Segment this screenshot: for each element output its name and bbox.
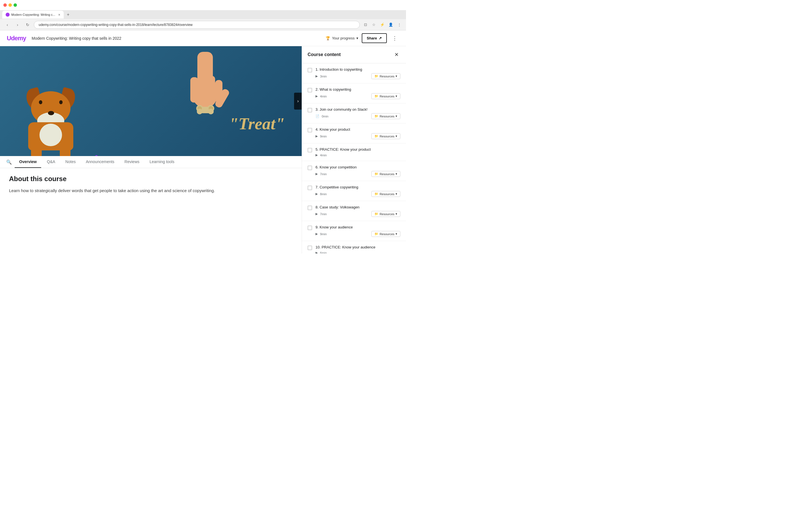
- menu-icon[interactable]: ⋮: [396, 21, 403, 28]
- clock-icon-4: ▶: [315, 134, 318, 138]
- tab-qa[interactable]: Q&A: [42, 156, 60, 168]
- lesson-6-checkbox[interactable]: [308, 166, 312, 170]
- lesson-6-time: 7min: [320, 172, 327, 176]
- lesson-5-checkbox[interactable]: [308, 148, 312, 152]
- video-scene: "Treat": [0, 46, 302, 156]
- app-header: Udemy Modern Copywriting: Writing copy t…: [0, 31, 406, 46]
- lesson-2-title: 2. What is copywriting: [315, 87, 400, 92]
- cast-icon[interactable]: ⊡: [362, 21, 369, 28]
- lesson-2-meta: ▶ 4min 📁 Resources ▾: [315, 93, 400, 99]
- hand-bone-illustration: [175, 52, 231, 131]
- clock-icon-6: ▶: [315, 172, 318, 176]
- maximize-window-btn[interactable]: [13, 3, 17, 7]
- chevron-8: ▾: [396, 212, 397, 216]
- profile-icon[interactable]: 👤: [388, 21, 394, 28]
- share-button[interactable]: Share ↗: [362, 33, 387, 43]
- progress-label: Your progress: [332, 36, 354, 40]
- lesson-4-resources-button[interactable]: 📁 Resources ▾: [371, 133, 400, 139]
- folder-icon-4: 📁: [374, 134, 378, 138]
- reload-button[interactable]: ↻: [24, 21, 32, 29]
- lesson-8-resources-button[interactable]: 📁 Resources ▾: [371, 211, 400, 217]
- close-window-btn[interactable]: [3, 3, 7, 7]
- progress-chevron-icon: ▾: [356, 36, 358, 40]
- lesson-8-meta: ▶ 7min 📁 Resources ▾: [315, 211, 400, 217]
- svg-rect-14: [200, 110, 211, 113]
- tab-favicon: [6, 13, 10, 17]
- lesson-3-resources-button[interactable]: 📁 Resources ▾: [371, 113, 400, 119]
- lesson-9-checkbox[interactable]: [308, 226, 312, 230]
- lesson-item: 2. What is copywriting ▶ 4min 📁 Resource…: [302, 83, 406, 103]
- search-button[interactable]: 🔍: [4, 158, 13, 166]
- clock-icon-9: ▶: [315, 232, 318, 236]
- lesson-4-checkbox[interactable]: [308, 128, 312, 132]
- tab-close-btn[interactable]: ✕: [58, 13, 60, 16]
- lesson-6-meta: ▶ 7min 📁 Resources ▾: [315, 171, 400, 177]
- lesson-6-resources-button[interactable]: 📁 Resources ▾: [371, 171, 400, 177]
- lesson-3-time: 0min: [322, 115, 328, 118]
- tab-title: Modern Copywriting: Writing c...: [11, 13, 55, 16]
- tab-announcements[interactable]: Announcements: [81, 156, 119, 168]
- lesson-1-title: 1. Introduction to copywriting: [315, 67, 400, 71]
- folder-icon-1: 📁: [374, 74, 378, 78]
- lesson-5-time: 4min: [320, 154, 327, 157]
- chevron-1: ▾: [396, 74, 397, 78]
- lesson-2-info: 2. What is copywriting ▶ 4min 📁 Resource…: [315, 87, 400, 99]
- lesson-3-checkbox[interactable]: [308, 108, 312, 112]
- lesson-9-resources-button[interactable]: 📁 Resources ▾: [371, 231, 400, 237]
- lesson-item: 3. Join our community on Slack! 📄 0min 📁…: [302, 103, 406, 123]
- lesson-item: 4. Know your product ▶ 9min 📁 Resources …: [302, 123, 406, 144]
- new-tab-button[interactable]: +: [65, 11, 71, 18]
- chevron-6: ▾: [396, 172, 397, 176]
- tabs-bar: 🔍 Overview Q&A Notes Announcements Revie…: [0, 156, 302, 168]
- about-text: Learn how to strategically deliver words…: [9, 187, 293, 194]
- chevron-4: ▾: [396, 134, 397, 138]
- address-bar[interactable]: udemy.com/course/modern-copywriting-writ…: [34, 21, 360, 29]
- lesson-7-checkbox[interactable]: [308, 186, 312, 190]
- browser-title-bar: [0, 0, 406, 10]
- svg-rect-2: [190, 77, 198, 103]
- back-button[interactable]: ‹: [3, 21, 11, 29]
- clock-icon-2: ▶: [315, 94, 318, 98]
- lesson-1-resources-button[interactable]: 📁 Resources ▾: [371, 73, 400, 79]
- lesson-2-time: 4min: [320, 95, 327, 98]
- lesson-4-title: 4. Know your product: [315, 127, 400, 131]
- lesson-1-meta: ▶ 3min 📁 Resources ▾: [315, 73, 400, 79]
- lesson-item: 8. Case study: Volkswagen ▶ 7min 📁 Resou…: [302, 201, 406, 221]
- lesson-8-checkbox[interactable]: [308, 206, 312, 210]
- folder-icon-9: 📁: [374, 232, 378, 236]
- lesson-8-time: 7min: [320, 212, 327, 216]
- folder-icon-7: 📁: [374, 192, 378, 196]
- more-options-button[interactable]: ⋮: [390, 34, 399, 43]
- lesson-2-resources-button[interactable]: 📁 Resources ▾: [371, 93, 400, 99]
- lesson-1-info: 1. Introduction to copywriting ▶ 3min 📁 …: [315, 67, 400, 79]
- expand-panel-arrow[interactable]: ›: [294, 93, 302, 110]
- lesson-10-checkbox[interactable]: [308, 245, 312, 250]
- active-tab[interactable]: Modern Copywriting: Writing c... ✕: [2, 11, 64, 18]
- share-icon: ↗: [378, 36, 382, 40]
- main-layout: "Treat" › ▶ ↺ 1x ↻ 0:45 / 2:30 ✏ 🔊 CC: [0, 46, 406, 253]
- lesson-7-resources-button[interactable]: 📁 Resources ▾: [371, 191, 400, 197]
- tab-bar: Modern Copywriting: Writing c... ✕ +: [0, 10, 406, 19]
- lesson-5-meta: ▶ 4min: [315, 153, 400, 157]
- tab-notes[interactable]: Notes: [61, 156, 80, 168]
- lesson-9-info: 9. Know your audience ▶ 9min 📁 Resources…: [315, 225, 400, 237]
- video-player[interactable]: "Treat" › ▶ ↺ 1x ↻ 0:45 / 2:30 ✏ 🔊 CC: [0, 46, 302, 156]
- lesson-2-checkbox[interactable]: [308, 88, 312, 93]
- lesson-item: 10. PRACTICE: Know your audience ▶ 6min: [302, 241, 406, 253]
- tab-reviews[interactable]: Reviews: [120, 156, 144, 168]
- lesson-item: 7. Competitive copywriting ▶ 8min 📁 Reso…: [302, 181, 406, 201]
- lesson-10-info: 10. PRACTICE: Know your audience ▶ 6min: [315, 245, 400, 253]
- share-label: Share: [367, 36, 377, 40]
- your-progress-button[interactable]: 🏆 Your progress ▾: [326, 36, 358, 40]
- close-sidebar-button[interactable]: ✕: [393, 51, 400, 59]
- clock-icon-1: ▶: [315, 74, 318, 78]
- extensions-icon[interactable]: ⚡: [379, 21, 386, 28]
- tab-overview[interactable]: Overview: [15, 156, 41, 168]
- forward-button[interactable]: ›: [13, 21, 21, 29]
- minimize-window-btn[interactable]: [8, 3, 12, 7]
- lesson-1-time: 3min: [320, 75, 327, 78]
- tab-learning-tools[interactable]: Learning tools: [145, 156, 179, 168]
- lesson-1-checkbox[interactable]: [308, 68, 312, 72]
- lesson-8-info: 8. Case study: Volkswagen ▶ 7min 📁 Resou…: [315, 205, 400, 217]
- bookmark-icon[interactable]: ☆: [370, 21, 377, 28]
